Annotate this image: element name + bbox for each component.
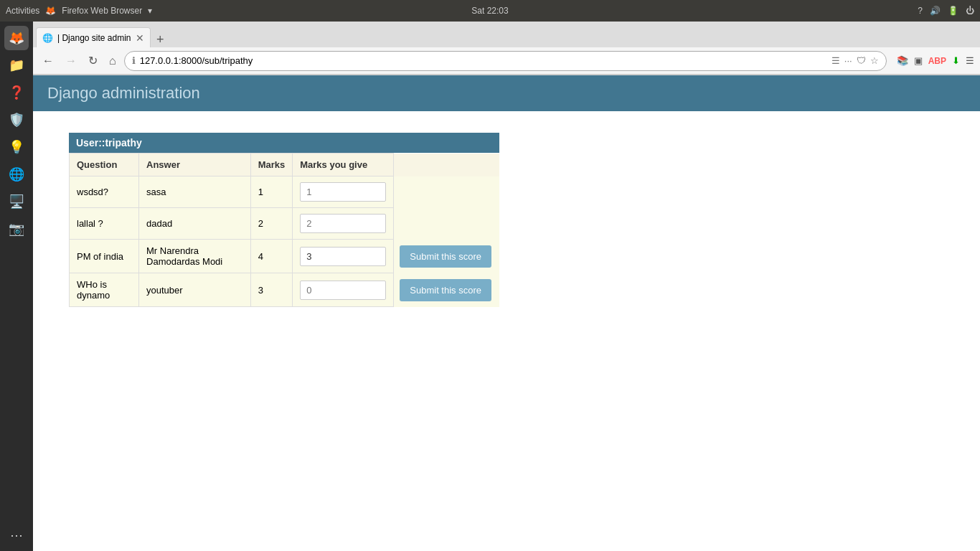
- cell-marks: 1: [250, 176, 293, 208]
- pocket-icon: 🛡: [857, 55, 866, 66]
- cell-question: PM of india: [70, 240, 139, 273]
- tab-bar: 🌐 | Django site admin ✕ +: [33, 22, 980, 47]
- abp-icon[interactable]: ABP: [928, 56, 946, 66]
- more-icon: ···: [844, 55, 852, 66]
- forward-button[interactable]: →: [62, 53, 80, 69]
- col-action: [394, 154, 499, 176]
- os-topbar-left: Activities 🦊 Firefox Web Browser ▾: [6, 6, 152, 16]
- volume-icon: 🔊: [930, 6, 941, 16]
- address-info-icon: ℹ: [132, 55, 136, 66]
- address-input[interactable]: [140, 55, 827, 66]
- tab-favicon: 🌐: [42, 33, 53, 43]
- sidebar-icon-firefox[interactable]: 🦊: [4, 26, 29, 50]
- marks-input-field[interactable]: [300, 247, 386, 266]
- django-page: Django administration User::tripathy Que…: [33, 75, 980, 329]
- cell-answer: youtuber: [139, 273, 251, 307]
- django-header: Django administration: [33, 75, 980, 111]
- back-button[interactable]: ←: [39, 53, 57, 69]
- firefox-icon: 🦊: [45, 6, 56, 16]
- cell-marks: 4: [250, 240, 293, 273]
- os-sidebar: 🦊 📁 ❓ 🛡️ 💡 🌐 🖥️ 📷 ⋯: [0, 22, 33, 329]
- table-row: PM of indiaMr Narendra Damodardas Modi4S…: [70, 240, 499, 273]
- cell-marks-input: [293, 176, 394, 208]
- cell-marks: 2: [250, 208, 293, 240]
- cell-marks-input: [293, 273, 394, 307]
- tab-title: | Django site admin: [57, 33, 131, 43]
- browser-container: 🌐 | Django site admin ✕ + ← → ↻ ⌂ ℹ ☰ ··…: [33, 22, 980, 329]
- cell-submit: Submit this score: [394, 240, 499, 273]
- sidebar-icon-files[interactable]: 📁: [4, 53, 29, 77]
- col-marks: Marks: [250, 154, 293, 176]
- marks-input-field[interactable]: [300, 214, 386, 233]
- browser-name-label: Firefox Web Browser: [62, 6, 142, 16]
- table-row: wsdsd?sasa1: [70, 176, 499, 208]
- col-marks-you-give: Marks you give: [293, 154, 394, 176]
- page-content: User::tripathy Question Answer Marks Mar…: [33, 111, 980, 329]
- table-row: lallal ?dadad2: [70, 208, 499, 240]
- marks-table: Question Answer Marks Marks you give wsd…: [69, 153, 499, 307]
- nav-bar: ← → ↻ ⌂ ℹ ☰ ··· 🛡 ☆ 📚 ▣ ABP ⬇ ☰: [33, 47, 980, 75]
- battery-icon: 🔋: [948, 6, 958, 16]
- browser-toolbar-right: 📚 ▣ ABP ⬇ ☰: [897, 55, 974, 66]
- sidebar-icon-bulb[interactable]: 💡: [4, 135, 29, 159]
- submit-score-button[interactable]: Submit this score: [400, 279, 491, 301]
- sidebar-icon-terminal[interactable]: 🖥️: [4, 189, 29, 214]
- cell-question: lallal ?: [70, 208, 139, 240]
- sidebar-icon-help[interactable]: ❓: [4, 80, 29, 105]
- table-row: WHo is dynamoyoutuber3Submit this score: [70, 273, 499, 307]
- browser-tab-active[interactable]: 🌐 | Django site admin ✕: [36, 27, 151, 47]
- cell-empty: [394, 176, 499, 208]
- user-header: User::tripathy: [69, 133, 499, 153]
- dropdown-icon: ▾: [148, 6, 152, 16]
- col-answer: Answer: [139, 154, 251, 176]
- browser-chrome: 🌐 | Django site admin ✕ + ← → ↻ ⌂ ℹ ☰ ··…: [33, 22, 980, 75]
- table-header-row: Question Answer Marks Marks you give: [70, 154, 499, 176]
- cell-empty: [394, 208, 499, 240]
- cell-marks: 3: [250, 273, 293, 307]
- tab-close-button[interactable]: ✕: [136, 33, 144, 43]
- sidebar-icon-chrome[interactable]: 🌐: [4, 162, 29, 187]
- cell-question: WHo is dynamo: [70, 273, 139, 307]
- cell-question: wsdsd?: [70, 176, 139, 208]
- cell-answer: dadad: [139, 208, 251, 240]
- help-icon: ?: [918, 6, 923, 16]
- cell-marks-input: [293, 240, 394, 273]
- address-bar-icons: ☰ ··· 🛡 ☆: [831, 55, 879, 66]
- submit-score-button[interactable]: Submit this score: [400, 245, 491, 268]
- menu-icon[interactable]: ☰: [966, 55, 974, 66]
- os-datetime: Sat 22:03: [471, 6, 508, 16]
- os-topbar-right: ? 🔊 🔋 ⏻: [918, 6, 974, 16]
- os-topbar: Activities 🦊 Firefox Web Browser ▾ Sat 2…: [0, 0, 980, 22]
- col-question: Question: [70, 154, 139, 176]
- sidebar-icon-camera[interactable]: 📷: [4, 217, 29, 241]
- cell-marks-input: [293, 208, 394, 240]
- cell-submit: Submit this score: [394, 273, 499, 307]
- django-admin-title: Django administration: [47, 84, 966, 103]
- bookmark-icon: ☆: [870, 55, 879, 66]
- cell-answer: sasa: [139, 176, 251, 208]
- home-button[interactable]: ⌂: [105, 53, 120, 69]
- sidebar-icon-shield[interactable]: 🛡️: [4, 108, 29, 132]
- library-icon[interactable]: 📚: [897, 55, 908, 66]
- new-tab-button[interactable]: +: [154, 32, 167, 47]
- power-icon: ⏻: [966, 6, 974, 16]
- refresh-button[interactable]: ↻: [85, 52, 101, 69]
- cell-answer: Mr Narendra Damodardas Modi: [139, 240, 251, 273]
- sidebar-toggle-icon[interactable]: ▣: [914, 55, 923, 66]
- marks-input-field[interactable]: [300, 281, 386, 300]
- address-bar[interactable]: ℹ ☰ ··· 🛡 ☆: [124, 51, 887, 71]
- download-icon[interactable]: ⬇: [952, 55, 960, 66]
- activities-label[interactable]: Activities: [6, 6, 39, 16]
- reader-icon: ☰: [831, 55, 840, 66]
- marks-input-field[interactable]: [300, 182, 386, 202]
